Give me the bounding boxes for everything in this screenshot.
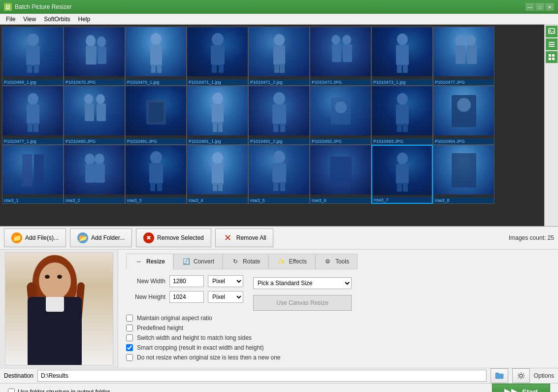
start-button[interactable]: ▶▶ Start xyxy=(492,384,550,392)
svg-point-52 xyxy=(397,93,408,105)
tab-tools[interactable]: ⚙ Tools xyxy=(315,254,358,269)
svg-rect-14 xyxy=(212,65,217,73)
svg-rect-15 xyxy=(219,65,224,73)
height-input[interactable] xyxy=(169,291,204,303)
list-item[interactable]: P1010468_1.jpg xyxy=(2,27,64,86)
svg-rect-35 xyxy=(33,123,38,132)
svg-point-28 xyxy=(455,35,465,46)
thumb-label: P1010471_2.jpg xyxy=(249,79,309,85)
standard-size-select[interactable]: Pick a Standard Size 640x480 800x600 102… xyxy=(253,277,352,289)
thumb-label: P1010470_1.jpg xyxy=(126,79,186,85)
thumb-label: P1010477.JPG xyxy=(433,79,494,85)
menu-view[interactable]: View xyxy=(19,15,40,24)
list-item[interactable]: P1010491_1.jpg xyxy=(187,86,248,145)
destination-input[interactable] xyxy=(37,370,487,382)
thumb-label: P1010491_2.jpg xyxy=(249,138,309,144)
switch-dimensions-checkbox[interactable] xyxy=(126,334,133,341)
image-area: P1010468_1.jpg P1010470.JPG P1010470_1.j… xyxy=(0,25,558,227)
width-unit-select[interactable]: Pixel Percent Inch cm xyxy=(208,275,243,287)
svg-rect-90 xyxy=(552,58,555,60)
list-item[interactable]: P1010477_1.jpg xyxy=(2,86,64,145)
predefined-height-row: Predefined height xyxy=(126,325,550,331)
tab-effects[interactable]: ✨ Effects xyxy=(268,254,315,269)
menu-help[interactable]: Help xyxy=(74,15,95,24)
maintain-aspect-checkbox[interactable] xyxy=(126,315,133,322)
browse-button[interactable] xyxy=(491,368,508,383)
list-item[interactable]: P1010490.JPG xyxy=(64,86,125,145)
svg-rect-47 xyxy=(272,104,286,124)
list-item[interactable]: P1010471_1.jpg xyxy=(187,27,248,86)
predefined-height-checkbox[interactable] xyxy=(126,325,133,331)
list-item[interactable]: row3_6 xyxy=(310,145,371,204)
convert-tab-icon: 🔄 xyxy=(182,257,191,266)
svg-point-51 xyxy=(335,101,347,113)
remove-selected-button[interactable]: ✖ Remove Selected xyxy=(136,229,211,247)
grid-view-button[interactable] xyxy=(546,51,558,63)
list-item[interactable]: P1010477.JPG xyxy=(433,27,494,86)
svg-rect-61 xyxy=(85,164,95,183)
options-gear-button[interactable] xyxy=(512,368,530,383)
svg-rect-43 xyxy=(212,104,224,123)
list-item[interactable]: row3_1 xyxy=(2,145,64,204)
canvas-resize-label: Use Canvas Resize xyxy=(276,299,328,306)
maximize-button[interactable]: □ xyxy=(535,3,544,11)
svg-rect-79 xyxy=(397,183,402,192)
list-item[interactable]: P1010491.JPG xyxy=(125,86,187,145)
smart-cropping-checkbox[interactable] xyxy=(126,344,133,351)
list-item[interactable]: P1010471_2.jpg xyxy=(248,27,310,86)
svg-rect-2 xyxy=(27,65,32,73)
thumb-label: row3_4 xyxy=(187,197,248,203)
list-item[interactable]: P1010472.JPG xyxy=(310,27,371,86)
svg-rect-73 xyxy=(272,163,286,183)
thumb-label: P1010490.JPG xyxy=(64,138,125,144)
list-item[interactable]: P1010493.JPG xyxy=(371,86,433,145)
list-item[interactable]: row3_7 xyxy=(371,145,433,204)
svg-rect-37 xyxy=(85,103,94,121)
height-unit-select[interactable]: Pixel Percent Inch cm xyxy=(208,291,243,303)
list-item[interactable]: P1010473_1.jpg xyxy=(371,27,433,86)
photo-view-button[interactable] xyxy=(546,26,558,37)
svg-rect-7 xyxy=(98,47,106,64)
thumb-label: P1010473_1.jpg xyxy=(372,79,432,85)
width-input[interactable] xyxy=(169,275,204,287)
list-view-button[interactable] xyxy=(546,38,558,50)
svg-rect-55 xyxy=(403,124,408,132)
no-upscale-checkbox[interactable] xyxy=(126,354,133,361)
tab-rotate[interactable]: ↻ Rotate xyxy=(223,254,268,269)
canvas-resize-button[interactable]: Use Canvas Resize xyxy=(253,295,352,311)
svg-rect-76 xyxy=(330,157,352,184)
height-row: New Height Pixel Percent Inch cm xyxy=(126,291,243,303)
svg-rect-87 xyxy=(549,54,551,57)
folder-structure-checkbox[interactable] xyxy=(8,389,15,392)
minimize-button[interactable]: — xyxy=(525,3,534,11)
folder-structure-row: Use folder structure in output folder xyxy=(8,389,110,392)
close-button[interactable]: ✕ xyxy=(545,3,554,11)
list-item[interactable]: row3_8 xyxy=(433,145,494,204)
list-item[interactable]: row3_3 xyxy=(125,145,187,204)
list-item[interactable]: row3_4 xyxy=(187,145,248,204)
svg-rect-41 xyxy=(149,102,164,122)
image-grid[interactable]: P1010468_1.jpg P1010470.JPG P1010470_1.j… xyxy=(0,25,544,226)
list-item[interactable]: P1010470.JPG xyxy=(64,27,125,86)
list-item[interactable]: row3_5 xyxy=(248,145,310,204)
svg-point-12 xyxy=(212,33,224,46)
add-files-icon: 📁 xyxy=(11,232,22,243)
tab-convert[interactable]: 🔄 Convert xyxy=(173,254,223,269)
list-item[interactable]: P1010491_2.jpg xyxy=(248,86,310,145)
list-item[interactable]: row3_2 xyxy=(64,145,125,204)
add-folder-label: Add Folder... xyxy=(91,234,125,241)
app-title: Batch Picture Resizer xyxy=(15,3,523,10)
thumb-label: row3_1 xyxy=(2,197,63,203)
list-item[interactable]: P1010494.JPG xyxy=(433,86,494,145)
add-files-button[interactable]: 📁 Add File(s)... xyxy=(4,229,66,247)
menu-file[interactable]: File xyxy=(2,15,19,24)
thumb-label: P1010491_1.jpg xyxy=(187,138,248,144)
svg-rect-85 xyxy=(549,44,555,45)
menu-softorbits[interactable]: SoftOrbits xyxy=(40,15,74,24)
list-item[interactable]: P1010492.JPG xyxy=(310,86,371,145)
list-item[interactable]: P1010470_1.jpg xyxy=(125,27,187,86)
tab-resize[interactable]: ↔ Resize xyxy=(126,254,173,269)
remove-all-button[interactable]: ✕ Remove All xyxy=(215,229,274,247)
add-folder-button[interactable]: 📂 Add Folder... xyxy=(70,229,132,247)
svg-rect-66 xyxy=(150,183,155,191)
